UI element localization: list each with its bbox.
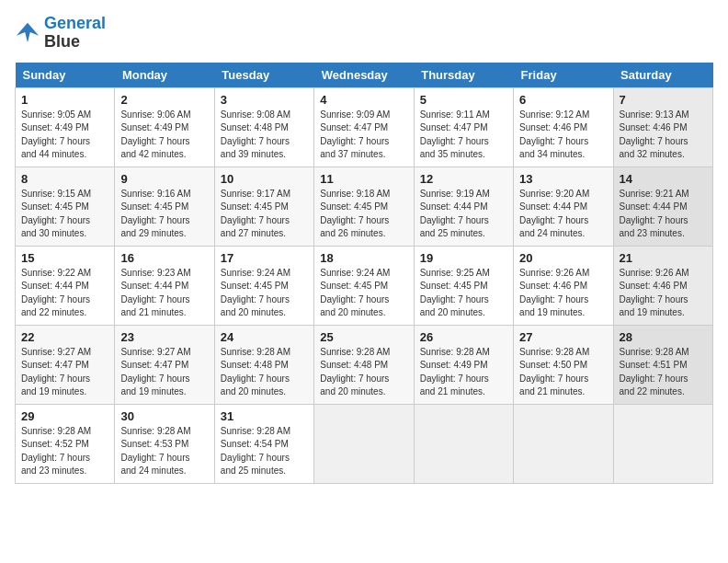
- weekday-header-sunday: Sunday: [16, 63, 115, 88]
- day-info: Sunrise: 9:15 AMSunset: 4:45 PMDaylight:…: [21, 189, 91, 239]
- calendar-cell: 25 Sunrise: 9:28 AMSunset: 4:48 PMDaylig…: [314, 325, 414, 404]
- day-info: Sunrise: 9:13 AMSunset: 4:46 PMDaylight:…: [620, 109, 689, 160]
- calendar-cell: 29 Sunrise: 9:28 AMSunset: 4:52 PMDaylig…: [16, 404, 115, 483]
- calendar-cell: 30 Sunrise: 9:28 AMSunset: 4:53 PMDaylig…: [115, 404, 214, 483]
- day-number: 30: [120, 409, 208, 423]
- calendar-cell: 7 Sunrise: 9:13 AMSunset: 4:46 PMDayligh…: [613, 87, 712, 167]
- day-number: 27: [519, 330, 607, 344]
- calendar-cell: 16 Sunrise: 9:23 AMSunset: 4:44 PMDaylig…: [115, 246, 214, 325]
- day-info: Sunrise: 9:08 AMSunset: 4:48 PMDaylight:…: [221, 109, 290, 160]
- calendar-cell: 3 Sunrise: 9:08 AMSunset: 4:48 PMDayligh…: [214, 87, 313, 167]
- calendar-cell: 8 Sunrise: 9:15 AMSunset: 4:45 PMDayligh…: [16, 167, 115, 246]
- calendar-cell: 18 Sunrise: 9:24 AMSunset: 4:45 PMDaylig…: [314, 246, 414, 325]
- day-number: 8: [21, 172, 108, 186]
- calendar-cell: 11 Sunrise: 9:18 AMSunset: 4:45 PMDaylig…: [314, 167, 414, 246]
- calendar-cell: [414, 404, 513, 483]
- day-info: Sunrise: 9:22 AMSunset: 4:44 PMDaylight:…: [21, 268, 91, 318]
- day-info: Sunrise: 9:21 AMSunset: 4:44 PMDaylight:…: [620, 189, 689, 239]
- day-info: Sunrise: 9:28 AMSunset: 4:48 PMDaylight:…: [221, 347, 290, 397]
- day-number: 14: [620, 172, 707, 186]
- day-number: 28: [620, 330, 707, 344]
- calendar-cell: 4 Sunrise: 9:09 AMSunset: 4:47 PMDayligh…: [314, 87, 414, 167]
- day-info: Sunrise: 9:17 AMSunset: 4:45 PMDaylight:…: [221, 189, 290, 239]
- calendar-cell: 23 Sunrise: 9:27 AMSunset: 4:47 PMDaylig…: [115, 325, 214, 404]
- weekday-header-saturday: Saturday: [613, 63, 712, 88]
- calendar-cell: [314, 404, 414, 483]
- calendar-week-3: 15 Sunrise: 9:22 AMSunset: 4:44 PMDaylig…: [16, 246, 713, 325]
- day-info: Sunrise: 9:28 AMSunset: 4:50 PMDaylight:…: [519, 347, 589, 397]
- calendar-cell: 14 Sunrise: 9:21 AMSunset: 4:44 PMDaylig…: [613, 167, 712, 246]
- calendar-cell: 27 Sunrise: 9:28 AMSunset: 4:50 PMDaylig…: [514, 325, 613, 404]
- calendar-week-4: 22 Sunrise: 9:27 AMSunset: 4:47 PMDaylig…: [16, 325, 713, 404]
- day-number: 20: [519, 251, 607, 265]
- weekday-header-tuesday: Tuesday: [214, 63, 313, 88]
- calendar-table: SundayMondayTuesdayWednesdayThursdayFrid…: [15, 63, 713, 484]
- weekday-header-thursday: Thursday: [414, 63, 513, 88]
- weekday-header-monday: Monday: [115, 63, 214, 88]
- calendar-cell: 24 Sunrise: 9:28 AMSunset: 4:48 PMDaylig…: [214, 325, 313, 404]
- day-number: 21: [620, 251, 707, 265]
- page-header: General Blue: [15, 15, 713, 52]
- day-number: 29: [21, 409, 108, 423]
- day-info: Sunrise: 9:23 AMSunset: 4:44 PMDaylight:…: [120, 268, 190, 318]
- day-info: Sunrise: 9:28 AMSunset: 4:48 PMDaylight:…: [320, 347, 390, 397]
- logo-icon: [15, 20, 40, 46]
- day-number: 19: [420, 251, 507, 265]
- day-info: Sunrise: 9:25 AMSunset: 4:45 PMDaylight:…: [420, 268, 490, 318]
- calendar-cell: [514, 404, 613, 483]
- logo-text: General Blue: [44, 15, 106, 52]
- day-info: Sunrise: 9:19 AMSunset: 4:44 PMDaylight:…: [420, 189, 490, 239]
- day-info: Sunrise: 9:28 AMSunset: 4:49 PMDaylight:…: [420, 347, 490, 397]
- day-number: 1: [21, 93, 108, 107]
- calendar-week-2: 8 Sunrise: 9:15 AMSunset: 4:45 PMDayligh…: [16, 167, 713, 246]
- weekday-header-friday: Friday: [514, 63, 613, 88]
- day-info: Sunrise: 9:28 AMSunset: 4:52 PMDaylight:…: [21, 426, 91, 477]
- calendar-cell: 1 Sunrise: 9:05 AMSunset: 4:49 PMDayligh…: [16, 87, 115, 167]
- day-info: Sunrise: 9:26 AMSunset: 4:46 PMDaylight:…: [620, 268, 689, 318]
- day-number: 6: [519, 93, 607, 107]
- calendar-cell: 28 Sunrise: 9:28 AMSunset: 4:51 PMDaylig…: [613, 325, 712, 404]
- calendar-cell: 31 Sunrise: 9:28 AMSunset: 4:54 PMDaylig…: [214, 404, 313, 483]
- day-info: Sunrise: 9:27 AMSunset: 4:47 PMDaylight:…: [120, 347, 190, 397]
- calendar-cell: 6 Sunrise: 9:12 AMSunset: 4:46 PMDayligh…: [514, 87, 613, 167]
- day-info: Sunrise: 9:28 AMSunset: 4:54 PMDaylight:…: [221, 426, 290, 477]
- day-number: 3: [221, 93, 308, 107]
- day-number: 24: [221, 330, 308, 344]
- weekday-header-wednesday: Wednesday: [314, 63, 414, 88]
- calendar-week-1: 1 Sunrise: 9:05 AMSunset: 4:49 PMDayligh…: [16, 87, 713, 167]
- calendar-cell: 5 Sunrise: 9:11 AMSunset: 4:47 PMDayligh…: [414, 87, 513, 167]
- calendar-cell: 13 Sunrise: 9:20 AMSunset: 4:44 PMDaylig…: [514, 167, 613, 246]
- day-info: Sunrise: 9:06 AMSunset: 4:49 PMDaylight:…: [120, 109, 190, 160]
- calendar-cell: 22 Sunrise: 9:27 AMSunset: 4:47 PMDaylig…: [16, 325, 115, 404]
- day-number: 17: [221, 251, 308, 265]
- day-info: Sunrise: 9:11 AMSunset: 4:47 PMDaylight:…: [420, 109, 490, 160]
- calendar-cell: 17 Sunrise: 9:24 AMSunset: 4:45 PMDaylig…: [214, 246, 313, 325]
- day-number: 15: [21, 251, 108, 265]
- calendar-cell: 10 Sunrise: 9:17 AMSunset: 4:45 PMDaylig…: [214, 167, 313, 246]
- calendar-week-5: 29 Sunrise: 9:28 AMSunset: 4:52 PMDaylig…: [16, 404, 713, 483]
- day-info: Sunrise: 9:27 AMSunset: 4:47 PMDaylight:…: [21, 347, 91, 397]
- day-info: Sunrise: 9:26 AMSunset: 4:46 PMDaylight:…: [519, 268, 589, 318]
- day-number: 31: [221, 409, 308, 423]
- day-number: 12: [420, 172, 507, 186]
- calendar-cell: 15 Sunrise: 9:22 AMSunset: 4:44 PMDaylig…: [16, 246, 115, 325]
- logo: General Blue: [15, 15, 106, 52]
- day-number: 5: [420, 93, 507, 107]
- calendar-cell: 21 Sunrise: 9:26 AMSunset: 4:46 PMDaylig…: [613, 246, 712, 325]
- calendar-cell: 12 Sunrise: 9:19 AMSunset: 4:44 PMDaylig…: [414, 167, 513, 246]
- day-number: 18: [320, 251, 407, 265]
- day-info: Sunrise: 9:05 AMSunset: 4:49 PMDaylight:…: [21, 109, 91, 160]
- day-number: 16: [120, 251, 208, 265]
- day-number: 11: [320, 172, 407, 186]
- calendar-cell: 19 Sunrise: 9:25 AMSunset: 4:45 PMDaylig…: [414, 246, 513, 325]
- svg-marker-0: [17, 23, 39, 42]
- day-number: 13: [519, 172, 607, 186]
- day-info: Sunrise: 9:12 AMSunset: 4:46 PMDaylight:…: [519, 109, 589, 160]
- day-number: 26: [420, 330, 507, 344]
- day-info: Sunrise: 9:18 AMSunset: 4:45 PMDaylight:…: [320, 189, 390, 239]
- day-info: Sunrise: 9:24 AMSunset: 4:45 PMDaylight:…: [221, 268, 290, 318]
- calendar-cell: 26 Sunrise: 9:28 AMSunset: 4:49 PMDaylig…: [414, 325, 513, 404]
- calendar-cell: [613, 404, 712, 483]
- day-info: Sunrise: 9:28 AMSunset: 4:51 PMDaylight:…: [620, 347, 689, 397]
- day-info: Sunrise: 9:09 AMSunset: 4:47 PMDaylight:…: [320, 109, 390, 160]
